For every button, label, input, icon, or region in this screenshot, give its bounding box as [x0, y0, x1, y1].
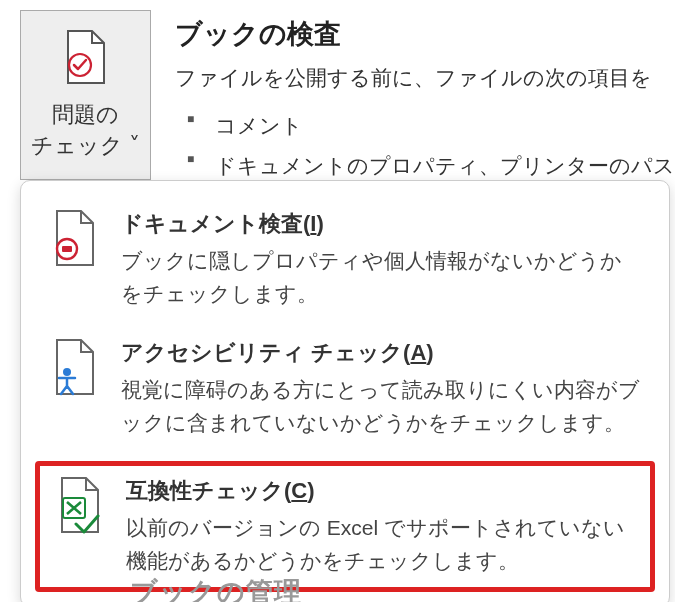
menu-item-document-inspector[interactable]: ドキュメント検査(I) ブックに隠しプロパティや個人情報がないかどうかをチェック… [21, 195, 669, 324]
menu-item-desc: ブックに隠しプロパティや個人情報がないかどうかをチェックします。 [121, 245, 643, 310]
svg-point-3 [63, 368, 71, 376]
list-item: コメント [175, 106, 675, 146]
document-check-icon [60, 29, 112, 90]
document-accessibility-icon [47, 338, 103, 398]
check-issues-button[interactable]: 問題の チェック ˅ [20, 10, 151, 180]
menu-item-title: ドキュメント検査(I) [121, 209, 643, 239]
menu-item-title: アクセシビリティ チェック(A) [121, 338, 643, 368]
inspect-bullets: コメント ドキュメントのプロパティ、プリンターのパス [175, 106, 675, 186]
chevron-down-icon: ˅ [129, 133, 140, 158]
inspect-desc: ファイルを公開する前に、ファイルの次の項目を [175, 64, 675, 92]
document-inspect-icon [47, 209, 103, 269]
document-excel-compat-icon [52, 476, 108, 536]
check-issues-dropdown: ドキュメント検査(I) ブックに隠しプロパティや個人情報がないかどうかをチェック… [20, 180, 670, 602]
partial-title-below: ブックの管理 [130, 574, 302, 602]
inspect-panel: ブックの検査 ファイルを公開する前に、ファイルの次の項目を コメント ドキュメン… [175, 10, 675, 186]
menu-item-accessibility-check[interactable]: アクセシビリティ チェック(A) 視覚に障碍のある方にとって読み取りにくい内容が… [21, 324, 669, 453]
menu-item-title: 互換性チェック(C) [126, 476, 638, 506]
svg-rect-2 [62, 246, 72, 252]
menu-item-desc: 以前のバージョンの Excel でサポートされていない機能があるかどうかをチェッ… [126, 512, 638, 577]
menu-item-compatibility-check[interactable]: 互換性チェック(C) 以前のバージョンの Excel でサポートされていない機能… [35, 461, 655, 592]
menu-item-desc: 視覚に障碍のある方にとって読み取りにくい内容がブックに含まれていないかどうかをチ… [121, 374, 643, 439]
check-issues-label: 問題の チェック ˅ [31, 100, 140, 162]
inspect-title: ブックの検査 [175, 16, 675, 52]
